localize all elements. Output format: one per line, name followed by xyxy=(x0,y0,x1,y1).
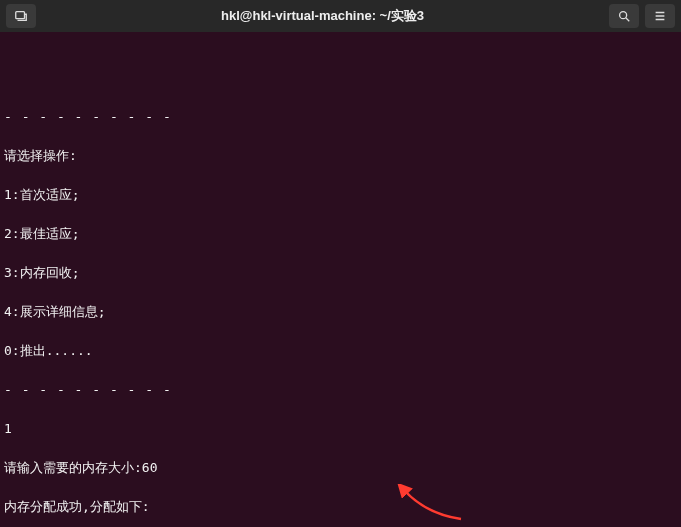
svg-point-1 xyxy=(620,12,627,19)
new-tab-button[interactable] xyxy=(6,4,36,28)
menu-item: 4:展示详细信息; xyxy=(4,302,677,322)
menu-item: 1:首次适应; xyxy=(4,185,677,205)
menu-item: 2:最佳适应; xyxy=(4,224,677,244)
user-input-line: 1 xyxy=(4,419,677,439)
success-line: 内存分配成功,分配如下: xyxy=(4,497,677,517)
separator: - - - - - - - - - - xyxy=(4,380,677,400)
menu-title: 请选择操作: xyxy=(4,146,677,166)
search-button[interactable] xyxy=(609,4,639,28)
prompt-line: 请输入需要的内存大小:60 xyxy=(4,458,677,478)
menu-button[interactable] xyxy=(645,4,675,28)
menu-item: 0:推出...... xyxy=(4,341,677,361)
window-title: hkl@hkl-virtual-machine: ~/实验3 xyxy=(40,7,605,25)
titlebar: hkl@hkl-virtual-machine: ~/实验3 xyxy=(0,0,681,32)
svg-rect-0 xyxy=(16,12,25,19)
separator: - - - - - - - - - - xyxy=(4,107,677,127)
terminal-output[interactable]: - - - - - - - - - - 请选择操作: 1:首次适应; 2:最佳适… xyxy=(0,32,681,527)
menu-item: 3:内存回收; xyxy=(4,263,677,283)
